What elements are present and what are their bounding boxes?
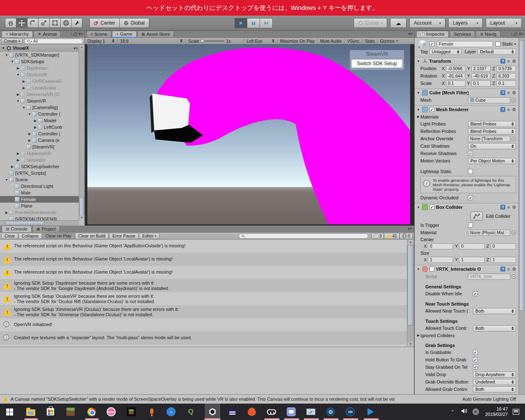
tree-item[interactable]: ▶SDKSetupSwitcher xyxy=(0,163,79,170)
tab-animator[interactable]: ❖Animat xyxy=(34,31,61,37)
taskbar-minecraft[interactable] xyxy=(66,407,75,417)
scale-tool-button[interactable] xyxy=(38,18,49,28)
rotate-tool-button[interactable] xyxy=(27,18,38,28)
collapse-toggle[interactable]: Collapse xyxy=(18,233,42,239)
space-toggle-button[interactable]: Global xyxy=(120,18,149,28)
expand-arrow[interactable]: ▶ xyxy=(21,80,26,83)
console-scrollbar[interactable]: ▲ ▼ xyxy=(407,240,414,347)
rotation-y-field[interactable]: -40.619 xyxy=(471,73,491,79)
taskbar-unity[interactable] xyxy=(208,407,217,417)
transform-gizmo-tool-button[interactable] xyxy=(60,18,71,28)
tree-item[interactable]: ▶PointerDirectionIndic xyxy=(0,209,79,216)
expand-arrow[interactable]: ▶ xyxy=(33,126,38,129)
anchor-override-field[interactable]: None (Transform xyxy=(468,136,510,142)
error-count-badge[interactable]: !0 xyxy=(399,233,413,239)
expand-arrow[interactable]: ▶ xyxy=(33,119,38,123)
mesh-filter-component-header[interactable]: ▼ Cube (Mesh Filter) ?≡⚙ xyxy=(415,89,518,96)
scale-slider[interactable]: Scale 1x xyxy=(186,38,244,44)
help-icon[interactable]: ? xyxy=(500,90,505,95)
object-picker-icon[interactable] xyxy=(511,231,516,235)
motion-vectors-dropdown[interactable]: Per Object Motion xyxy=(468,158,516,164)
tab-services[interactable]: Services xyxy=(450,31,475,37)
taskbar-vr-app[interactable]: VR xyxy=(345,407,355,417)
overflow-icon[interactable]: › xyxy=(71,32,72,36)
tray-chevron[interactable]: ⌃ xyxy=(451,404,454,420)
light-probes-dropdown[interactable]: Blend Probes xyxy=(468,121,516,127)
expand-arrow[interactable]: ▼ xyxy=(10,60,15,64)
custom-tool-button[interactable] xyxy=(71,18,82,28)
clear-on-build-toggle[interactable]: Clear on Build xyxy=(75,233,109,239)
allowed-near-touch-dropdown[interactable]: Both xyxy=(473,308,516,314)
hand-tool-button[interactable] xyxy=(5,18,16,28)
tag-dropdown[interactable]: Untagged xyxy=(429,49,461,55)
tab-project[interactable]: ▦Project xyxy=(32,226,60,232)
taskbar-qgis[interactable]: Q xyxy=(186,407,196,417)
taskbar-chrome[interactable] xyxy=(87,407,96,417)
mute-audio-toggle[interactable]: Mute Audio xyxy=(318,38,345,44)
pivot-toggle-button[interactable]: Center xyxy=(89,18,120,28)
lightmap-static-checkbox[interactable] xyxy=(468,169,473,174)
rect-tool-button[interactable] xyxy=(49,18,60,28)
layer-dropdown[interactable]: Default xyxy=(477,49,516,55)
step-button[interactable] xyxy=(260,18,273,28)
box-collider-component-header[interactable]: ▼ ✓ Box Collider ?≡⚙ xyxy=(415,203,518,211)
allowed-touch-dropdown[interactable]: Both xyxy=(473,325,516,331)
gameobject-name-field[interactable]: Female xyxy=(437,41,493,47)
move-tool-button[interactable] xyxy=(16,18,27,28)
overflow-icon[interactable]: › xyxy=(511,32,512,36)
maximize-on-play-toggle[interactable]: Maximize On Play xyxy=(278,38,318,44)
slider-knob[interactable] xyxy=(201,39,204,43)
expand-arrow[interactable]: ▼ xyxy=(27,112,32,116)
active-checkbox[interactable]: ✓ xyxy=(429,41,434,46)
info-count-badge[interactable]: !3 xyxy=(371,233,384,239)
expand-arrow[interactable]: ▼ xyxy=(16,73,21,77)
console-message[interactable]: Ignoring SDK Setup 'OculusVR' because th… xyxy=(0,292,407,305)
taskbar-discord[interactable] xyxy=(286,407,296,417)
scene-header[interactable]: ▼ VisualX ▾≡ xyxy=(0,45,84,52)
mesh-object-field[interactable]: Cube xyxy=(468,97,510,103)
scene-foldout-icon[interactable]: ▼ xyxy=(2,46,5,50)
tree-item[interactable]: [VRTK_Scripts] xyxy=(0,170,79,176)
tree-item[interactable]: ▶Camera (e xyxy=(0,137,79,144)
tree-item[interactable]: ▶XimmerseVR (O xyxy=(0,91,79,98)
physic-material-field[interactable]: None (Physic Mat xyxy=(468,230,510,236)
expand-arrow[interactable]: ▼ xyxy=(4,178,9,182)
object-picker-icon[interactable] xyxy=(511,98,516,103)
tree-item[interactable]: ▼[CameraRig] xyxy=(0,104,79,111)
tree-item[interactable]: ▶Controller ( xyxy=(0,130,79,137)
presets-icon[interactable]: ≡ xyxy=(507,107,510,112)
edit-collider-button[interactable] xyxy=(470,212,483,221)
position-x-field[interactable]: -0.5066 xyxy=(446,66,466,72)
menu-icon[interactable]: ▾≡ xyxy=(408,32,413,36)
clear-button[interactable]: Clear xyxy=(1,233,18,239)
foldout-icon[interactable]: ▼ xyxy=(416,267,420,271)
script-object-field[interactable]: VRTK_Inter xyxy=(468,274,510,280)
menu-icon[interactable]: ▾≡ xyxy=(408,226,412,231)
console-message[interactable]: The referenced script on this Behaviour … xyxy=(0,253,407,266)
hierarchy-vertical-scrollbar[interactable]: ▲ ▼ xyxy=(79,45,84,220)
is-grabbable-checkbox[interactable]: ✓ xyxy=(473,350,478,355)
tree-item[interactable]: ▼Controller ( xyxy=(0,111,79,117)
tree-item[interactable]: ▶LocalAvatar xyxy=(0,84,79,91)
valid-drop-dropdown[interactable]: Drop Anywhere xyxy=(473,372,516,378)
position-z-field[interactable]: 0.5739 xyxy=(496,66,516,72)
allowed-grab-dropdown[interactable]: Both xyxy=(473,386,516,393)
console-message[interactable]: !OpenVR initialized! xyxy=(0,318,407,331)
menu-icon[interactable]: ▾≡ xyxy=(78,32,83,36)
slider-track[interactable] xyxy=(201,41,224,41)
foldout-icon[interactable]: ▼ xyxy=(416,108,420,112)
layers-dropdown[interactable]: Layers▾ xyxy=(448,18,483,28)
lock-icon[interactable] xyxy=(514,34,517,36)
hierarchy-horizontal-scrollbar[interactable] xyxy=(0,220,79,226)
taskbar-vscode[interactable] xyxy=(366,407,376,417)
tab-hierarchy[interactable]: ≡Hierarchy xyxy=(2,31,33,37)
tree-item[interactable]: Plane xyxy=(0,203,79,209)
display-dropdown[interactable]: Display 1 xyxy=(85,38,118,44)
component-enabled-checkbox[interactable]: ✓ xyxy=(429,107,434,112)
tree-item[interactable]: [VRTK][AUTOGEN][L xyxy=(0,216,79,220)
scene-menu-icon[interactable]: ▾≡ xyxy=(73,46,78,50)
expand-arrow[interactable]: ▶ xyxy=(27,139,32,142)
grab-override-dropdown[interactable]: Undefined xyxy=(473,379,516,385)
size-y-field[interactable]: 1 xyxy=(459,257,484,263)
tab-scene[interactable]: #Scene xyxy=(87,31,111,37)
